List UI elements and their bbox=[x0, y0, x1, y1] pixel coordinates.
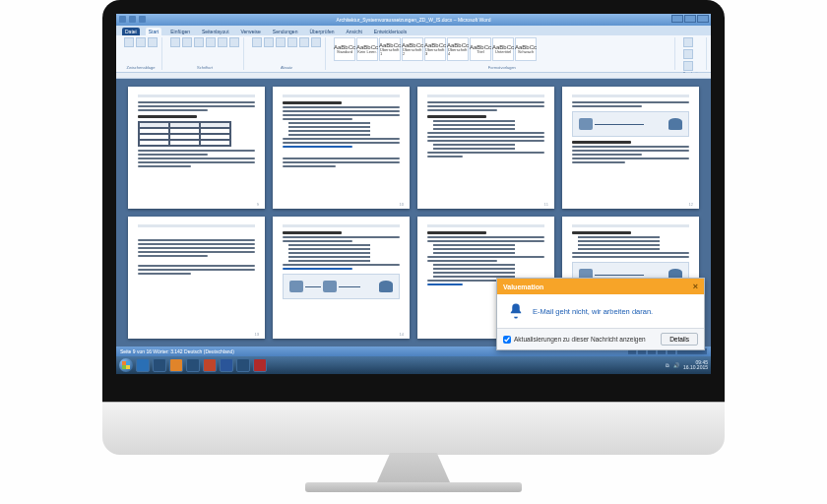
toast-checkbox[interactable]: Aktualisierungen zu dieser Nachricht anz… bbox=[503, 336, 655, 344]
style-gallery[interactable]: AaBbCcStandard AaBbCcKein Leerr. AaBbCcÜ… bbox=[334, 37, 670, 61]
imac-foot bbox=[305, 482, 522, 492]
imac-frame: Architektur_Systemvoraussetzungen_ZD_W_I… bbox=[102, 0, 725, 490]
toast-footer: Aktualisierungen zu dieser Nachricht anz… bbox=[497, 328, 704, 349]
copy-icon[interactable] bbox=[148, 37, 158, 47]
fontsize-select[interactable] bbox=[182, 37, 192, 47]
qat-undo-icon[interactable] bbox=[129, 16, 136, 23]
tray-volume-icon[interactable]: 🔊 bbox=[673, 362, 679, 368]
imac-stand bbox=[377, 453, 450, 482]
notification-toast: Valuemation × E-Mail geht nicht, wir arb… bbox=[496, 278, 705, 350]
taskbar-explorer-icon[interactable] bbox=[153, 358, 166, 372]
tab-insert[interactable]: Einfügen bbox=[167, 28, 193, 35]
ribbon-group-font: Schriftart bbox=[166, 37, 244, 70]
close-icon[interactable]: × bbox=[693, 282, 698, 291]
numbering-icon[interactable] bbox=[264, 37, 274, 47]
style-item[interactable]: AaBbCcÜberschrift 3 bbox=[424, 37, 446, 61]
toast-message: E-Mail geht nicht, wir arbeiten daran. bbox=[533, 307, 653, 316]
taskbar-word-icon[interactable] bbox=[220, 358, 233, 372]
style-item[interactable]: AaBbCcSchwach bbox=[515, 37, 537, 61]
tray-network-icon[interactable]: ⧉ bbox=[666, 362, 669, 369]
cut-icon[interactable] bbox=[136, 37, 146, 47]
window-maximize-button[interactable] bbox=[684, 15, 696, 23]
taskbar-excel-icon[interactable] bbox=[236, 358, 250, 372]
document-page[interactable]: 10 bbox=[273, 87, 410, 209]
style-item[interactable]: AaBbCcÜberschrift 1 bbox=[379, 37, 401, 61]
window-titlebar[interactable]: Architektur_Systemvoraussetzungen_ZD_W_I… bbox=[116, 14, 711, 26]
ribbon-group-label: Formatvorlagen bbox=[334, 65, 670, 70]
ribbon-group-editing: Bearbeiten bbox=[679, 37, 707, 70]
details-button[interactable]: Details bbox=[661, 333, 698, 346]
document-page[interactable]: 9 bbox=[128, 87, 265, 209]
window-minimize-button[interactable] bbox=[671, 15, 683, 23]
tab-review[interactable]: Überprüfen bbox=[306, 28, 337, 35]
select-icon[interactable] bbox=[683, 61, 693, 71]
quick-access-toolbar[interactable] bbox=[119, 16, 146, 23]
document-page[interactable]: 12 bbox=[562, 87, 699, 209]
taskbar-outlook-icon[interactable] bbox=[186, 358, 200, 372]
document-page[interactable]: 11 bbox=[417, 87, 554, 209]
style-item[interactable]: AaBbCcÜberschrift 2 bbox=[402, 37, 423, 61]
shading-icon[interactable] bbox=[311, 37, 321, 47]
style-item[interactable]: AaBbCcÜberschrift 4 bbox=[447, 37, 469, 61]
window-title: Architektur_Systemvoraussetzungen_ZD_W_I… bbox=[337, 17, 491, 23]
statusbar-info: Seite 9 von 16 Wörter: 3.142 Deutsch (De… bbox=[120, 348, 234, 354]
ribbon-group-clipboard: Zwischenablage bbox=[120, 37, 162, 70]
toast-header[interactable]: Valuemation × bbox=[497, 279, 704, 294]
toast-checkbox-label: Aktualisierungen zu dieser Nachricht anz… bbox=[514, 336, 646, 343]
architecture-diagram bbox=[572, 111, 689, 137]
taskbar-ie-icon[interactable] bbox=[136, 358, 150, 372]
ribbon: Zwischenablage Schriftart bbox=[116, 35, 711, 73]
table bbox=[138, 121, 231, 147]
style-item[interactable]: AaBbCcStandard bbox=[334, 37, 355, 61]
bold-icon[interactable] bbox=[194, 37, 204, 47]
architecture-diagram bbox=[283, 274, 400, 299]
system-tray[interactable]: ⧉ 🔊 09:45 16.10.2015 bbox=[666, 360, 708, 370]
tab-developer[interactable]: Entwicklertools bbox=[371, 28, 410, 35]
taskbar-powerpoint-icon[interactable] bbox=[203, 358, 217, 372]
window-close-button[interactable] bbox=[697, 15, 709, 23]
style-item[interactable]: AaBbCcUntertitel bbox=[492, 37, 514, 61]
document-page[interactable]: 13 bbox=[128, 217, 265, 339]
indent-icon[interactable] bbox=[276, 37, 286, 47]
align-icon[interactable] bbox=[287, 37, 297, 47]
font-select[interactable] bbox=[170, 37, 180, 47]
ribbon-group-paragraph: Absatz bbox=[248, 37, 326, 70]
ribbon-group-styles: AaBbCcStandard AaBbCcKein Leerr. AaBbCcÜ… bbox=[330, 37, 675, 70]
bullets-icon[interactable] bbox=[252, 37, 262, 47]
taskbar-firefox-icon[interactable] bbox=[169, 358, 183, 372]
qat-redo-icon[interactable] bbox=[139, 16, 146, 23]
tray-date: 16.10.2015 bbox=[683, 365, 708, 370]
ribbon-group-label: Schriftart bbox=[170, 65, 239, 70]
style-item[interactable]: AaBbCcTitel bbox=[470, 37, 491, 61]
ribbon-group-label: Zwischenablage bbox=[124, 65, 158, 70]
tab-start[interactable]: Start bbox=[146, 28, 162, 35]
toast-body: E-Mail geht nicht, wir arbeiten daran. bbox=[497, 294, 704, 328]
toast-title: Valuemation bbox=[503, 284, 543, 290]
tab-view[interactable]: Ansicht bbox=[343, 28, 364, 35]
imac-chin bbox=[102, 402, 725, 455]
bell-icon bbox=[507, 302, 525, 320]
tray-clock[interactable]: 09:45 16.10.2015 bbox=[683, 360, 708, 370]
underline-icon[interactable] bbox=[218, 37, 227, 47]
paste-icon[interactable] bbox=[124, 37, 134, 47]
tab-file[interactable]: Datei bbox=[122, 28, 140, 35]
document-page[interactable]: 14 bbox=[273, 217, 410, 339]
desktop-screen: Architektur_Systemvoraussetzungen_ZD_W_I… bbox=[116, 14, 711, 374]
ribbon-tabs: Datei Start Einfügen Seitenlayout Verwei… bbox=[116, 26, 711, 35]
replace-icon[interactable] bbox=[683, 49, 693, 59]
imac-bezel: Architektur_Systemvoraussetzungen_ZD_W_I… bbox=[102, 0, 725, 402]
find-icon[interactable] bbox=[683, 37, 693, 47]
qat-save-icon[interactable] bbox=[119, 16, 126, 23]
updates-checkbox[interactable] bbox=[503, 336, 511, 344]
style-item[interactable]: AaBbCcKein Leerr. bbox=[356, 37, 378, 61]
fontcolor-icon[interactable] bbox=[229, 37, 239, 47]
italic-icon[interactable] bbox=[206, 37, 216, 47]
start-button[interactable] bbox=[119, 358, 133, 372]
linespacing-icon[interactable] bbox=[299, 37, 309, 47]
windows-taskbar[interactable]: ⧉ 🔊 09:45 16.10.2015 bbox=[116, 356, 711, 374]
tab-references[interactable]: Verweise bbox=[238, 28, 264, 35]
taskbar-acrobat-icon[interactable] bbox=[253, 358, 267, 372]
tab-mailings[interactable]: Sendungen bbox=[270, 28, 301, 35]
tab-pagelayout[interactable]: Seitenlayout bbox=[199, 28, 232, 35]
ribbon-group-label: Absatz bbox=[252, 65, 321, 70]
